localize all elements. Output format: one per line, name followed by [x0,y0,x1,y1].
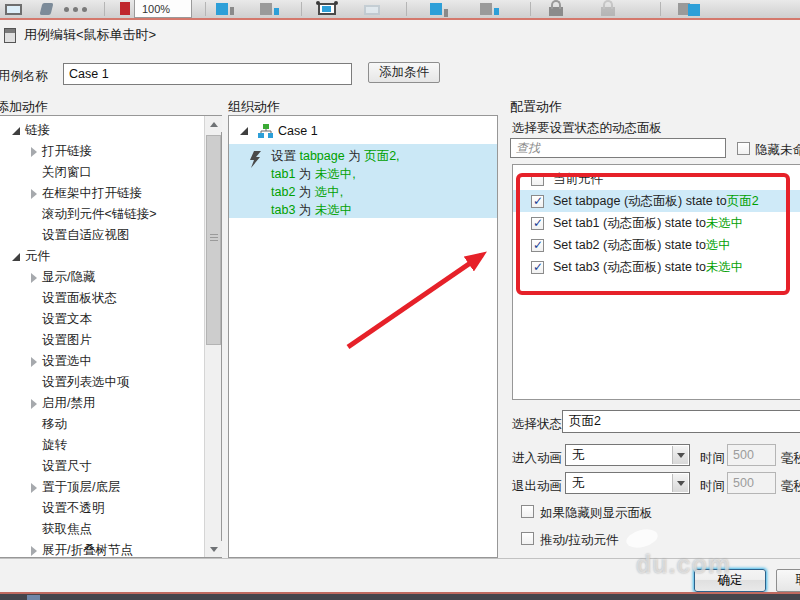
add-condition-button[interactable]: 添加条件 [368,62,440,83]
row-checkbox[interactable] [531,217,544,230]
action-label: 设置文本 [42,311,92,328]
bars-widget-icon[interactable] [480,3,492,15]
cancel-button[interactable]: 取消 [776,569,800,592]
scrollbar-track[interactable] [204,116,221,557]
ghost-bounds-icon[interactable] [364,5,380,15]
case-editor-dialog: 用例编辑<鼠标单击时> 用例名称 添加条件 添加动作 组织动作 配置动作 链接打… [0,20,800,592]
action-tree-item[interactable]: 元件 [0,246,203,267]
action-tree-item[interactable]: 旋转 [0,435,203,456]
chevron-down-icon[interactable] [672,474,688,492]
ok-button[interactable]: 确定 [694,569,766,592]
case-name-input[interactable] [63,63,352,85]
action-tree-item[interactable]: 设置面板状态 [0,288,203,309]
chevron-down-icon[interactable] [672,446,688,464]
action-label: 获取焦点 [42,521,92,538]
collapse-arrow-icon[interactable] [26,270,42,286]
toolbar-separator [406,2,407,16]
search-input[interactable] [510,138,726,158]
row-checkbox[interactable] [531,261,544,274]
target-panel-row[interactable]: 当前元件 [513,168,800,190]
collapse-arrow-icon[interactable] [26,543,42,558]
action-tree-item[interactable]: 滚动到元件<锚链接> [0,204,203,225]
action-tree-item[interactable]: 设置尺寸 [0,456,203,477]
unlock-icon[interactable] [601,7,615,16]
action-tree-item[interactable]: 显示/隐藏 [0,267,203,288]
action-tree-item[interactable]: 链接 [0,120,203,141]
collapse-arrow-icon[interactable] [26,354,42,370]
organize-actions-header: 组织动作 [228,98,280,116]
action-tree-item[interactable]: 在框架中打开链接 [0,183,203,204]
collapse-arrow-icon[interactable] [26,144,42,160]
enter-time-label: 时间 [700,450,725,467]
select-state-combo[interactable]: 页面2 [562,410,800,433]
action-tree-item[interactable]: 置于顶层/底层 [0,477,203,498]
scrollbar-up-button[interactable] [205,116,222,132]
action-tree-item[interactable]: 设置文本 [0,309,203,330]
collapse-arrow-icon[interactable] [26,186,42,202]
target-panel-row[interactable]: Set tab2 (动态面板) state to 选中 [513,234,800,256]
more-options-icon[interactable] [64,7,94,12]
collapse-arrow-icon[interactable] [26,396,42,412]
exit-animation-value: 无 [572,475,585,492]
scrollbar-thumb[interactable] [206,135,221,345]
action-label: 关闭窗口 [42,164,92,181]
tree-spacer [26,291,42,307]
state-value: 选中 [706,237,731,254]
action-tree-item[interactable]: 设置自适应视图 [0,225,203,246]
expand-arrow-icon[interactable] [237,123,253,139]
enter-time-input[interactable] [727,444,776,466]
enter-animation-value: 无 [572,447,585,464]
action-tree: 链接打开链接关闭窗口在框架中打开链接滚动到元件<锚链接>设置自适应视图元件显示/… [0,116,203,557]
action-text-line: 设置 tabpage 为 页面2, [271,147,400,165]
chart-widget-icon[interactable] [430,3,442,15]
exit-ms-label: 毫秒 [781,478,800,495]
target-panel-row[interactable]: Set tabpage (动态面板) state to 页面2 [513,190,800,212]
action-label: 移动 [42,416,67,433]
collapse-arrow-icon[interactable] [26,480,42,496]
action-tree-item[interactable]: 设置列表选中项 [0,372,203,393]
preview-monitor-icon[interactable] [5,4,22,15]
target-panel-row[interactable]: Set tab1 (动态面板) state to 未选中 [513,212,800,234]
target-panel-row[interactable]: Set tab3 (动态面板) state to 未选中 [513,256,800,278]
enter-animation-label: 进入动画 [512,450,562,467]
exit-time-label: 时间 [700,478,725,495]
scrollbar-down-button[interactable] [205,541,222,557]
action-tree-item[interactable]: 打开链接 [0,141,203,162]
selected-action-item[interactable]: 设置 tabpage 为 页面2,tab1 为 未选中,tab2 为 选中,ta… [229,144,497,218]
hide-unnamed-label: 隐藏未命名 [755,142,800,159]
action-tree-item[interactable]: 启用/禁用 [0,393,203,414]
action-tree-item[interactable]: 获取焦点 [0,519,203,540]
row-label: Set tab2 (动态面板) state to [553,237,706,254]
color-swatch-icon[interactable] [120,2,130,15]
state-value: 未选中 [706,259,744,276]
push-pull-label: 推动/拉动元件 [540,532,618,549]
exit-time-input[interactable] [727,472,776,494]
lock-icon[interactable] [549,7,563,16]
selection-bounds-icon[interactable] [318,3,336,15]
action-label: 展开/折叠树节点 [42,542,133,557]
action-tree-item[interactable]: 展开/折叠树节点 [0,540,203,557]
action-tree-item[interactable]: 设置图片 [0,330,203,351]
action-tree-item[interactable]: 设置选中 [0,351,203,372]
format-painter-icon[interactable] [40,3,54,15]
tree-spacer [26,333,42,349]
action-tree-item[interactable]: 关闭窗口 [0,162,203,183]
align-left-icon[interactable] [216,3,228,15]
expand-arrow-icon[interactable] [9,123,25,139]
case-tree-node[interactable]: Case 1 [229,122,318,140]
show-if-hidden-checkbox[interactable] [521,505,534,518]
align-bottom-icon[interactable] [260,3,272,15]
row-checkbox[interactable] [531,195,544,208]
exit-animation-combo[interactable]: 无 [565,472,690,494]
enter-animation-combo[interactable]: 无 [565,444,690,466]
action-text-line: tab1 为 未选中, [271,165,400,183]
row-checkbox[interactable] [531,173,544,186]
expand-arrow-icon[interactable] [9,249,25,265]
action-tree-item[interactable]: 移动 [0,414,203,435]
row-checkbox[interactable] [531,239,544,252]
hide-unnamed-checkbox[interactable] [737,142,750,155]
push-pull-checkbox[interactable] [521,532,534,545]
action-tree-item[interactable]: 设置不透明 [0,498,203,519]
zoom-select[interactable]: 100% [134,0,192,18]
action-label: 链接 [25,122,50,139]
